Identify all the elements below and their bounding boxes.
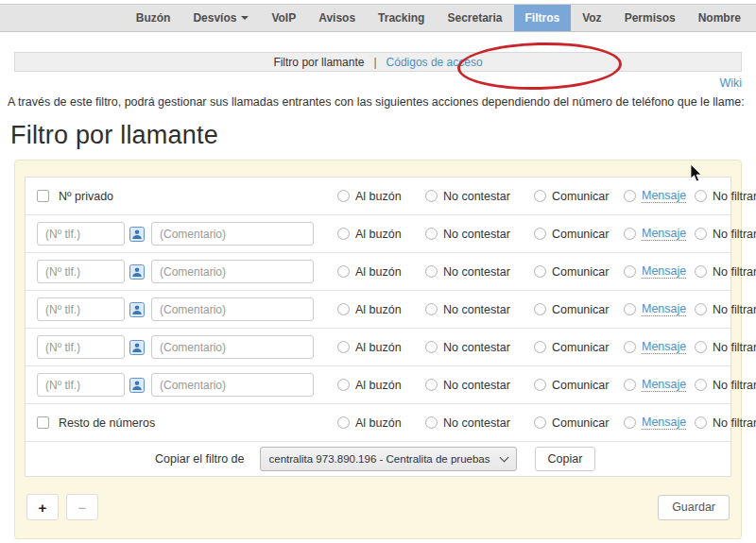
option-label: No contestar bbox=[443, 265, 510, 279]
option-al-buzon: Al buzón bbox=[337, 228, 425, 241]
copy-filter-select[interactable]: centralita 973.890.196 - Centralita de p… bbox=[260, 447, 517, 471]
radio-comunicar[interactable] bbox=[534, 190, 546, 202]
radio-comunicar[interactable] bbox=[534, 379, 546, 391]
contacts-icon[interactable] bbox=[129, 340, 145, 355]
comment-input[interactable] bbox=[151, 222, 314, 246]
nav-item-nombre[interactable]: Nombre bbox=[687, 5, 752, 31]
nav-item-filtros[interactable]: Filtros bbox=[514, 5, 572, 31]
option-link-label[interactable]: Mensaje bbox=[642, 264, 686, 279]
rows-container: Nº privadoAl buzónNo contestarComunicarM… bbox=[26, 178, 730, 442]
option-label: No filtrar bbox=[713, 303, 756, 316]
radio-no-filtrar[interactable] bbox=[695, 190, 707, 202]
radio-al-buzon[interactable] bbox=[337, 341, 350, 353]
radio-comunicar[interactable] bbox=[534, 341, 546, 353]
phone-number-input[interactable] bbox=[37, 260, 125, 283]
copy-button[interactable]: Copiar bbox=[535, 447, 596, 471]
radio-no-contestar[interactable] bbox=[425, 265, 438, 278]
comment-input[interactable] bbox=[151, 297, 314, 321]
radio-mensaje[interactable] bbox=[624, 265, 636, 278]
radio-al-buzon[interactable] bbox=[337, 303, 350, 315]
radio-comunicar[interactable] bbox=[534, 416, 546, 429]
radio-no-contestar[interactable] bbox=[425, 416, 438, 429]
comment-input[interactable] bbox=[151, 335, 314, 359]
radio-comunicar[interactable] bbox=[534, 303, 546, 315]
radio-comunicar[interactable] bbox=[534, 228, 546, 240]
radio-no-contestar[interactable] bbox=[425, 190, 438, 202]
option-link-label[interactable]: Mensaje bbox=[642, 189, 686, 203]
radio-al-buzon[interactable] bbox=[337, 190, 350, 202]
phone-number-input[interactable] bbox=[37, 373, 125, 397]
nav-item-secretaria[interactable]: Secretaria bbox=[436, 5, 513, 31]
nav-item-permisos[interactable]: Permisos bbox=[613, 5, 687, 31]
copy-filter-label: Copiar el filtro de bbox=[155, 452, 245, 466]
radio-mensaje[interactable] bbox=[624, 228, 636, 240]
remove-row-button[interactable]: − bbox=[66, 494, 98, 520]
nav-item-label: Avisos bbox=[318, 11, 355, 25]
option-al-buzon: Al buzón bbox=[337, 379, 425, 392]
radio-al-buzon[interactable] bbox=[337, 228, 350, 240]
wiki-link[interactable]: Wiki bbox=[719, 76, 742, 90]
option-link-label[interactable]: Mensaje bbox=[642, 416, 686, 430]
radio-mensaje[interactable] bbox=[624, 341, 636, 353]
radio-mensaje[interactable] bbox=[624, 303, 636, 315]
checkbox-resto-de-numeros[interactable] bbox=[37, 416, 49, 429]
radio-al-buzon[interactable] bbox=[337, 265, 350, 278]
comment-input[interactable] bbox=[151, 260, 314, 283]
option-no-filtrar: No filtrar bbox=[695, 265, 756, 279]
nav-item-desvios[interactable]: Desvíos bbox=[181, 5, 260, 31]
option-label: Al buzón bbox=[355, 228, 402, 241]
top-nav: BuzónDesvíosVoIPAvisosTrackingSecretaria… bbox=[0, 4, 756, 32]
option-comunicar: Comunicar bbox=[534, 265, 624, 279]
option-link-label[interactable]: Mensaje bbox=[642, 340, 686, 354]
option-label: Comunicar bbox=[552, 416, 609, 430]
nav-item-buzon[interactable]: Buzón bbox=[125, 5, 182, 31]
radio-no-filtrar[interactable] bbox=[695, 228, 707, 240]
radio-al-buzon[interactable] bbox=[337, 379, 350, 391]
contacts-icon[interactable] bbox=[129, 227, 145, 242]
radio-mensaje[interactable] bbox=[624, 190, 636, 202]
radio-no-filtrar[interactable] bbox=[695, 303, 707, 315]
radio-no-contestar[interactable] bbox=[425, 228, 438, 240]
row-left: Nº privado bbox=[37, 190, 318, 203]
tab-codigos-de-acceso[interactable]: Códigos de acceso bbox=[387, 56, 483, 69]
radio-al-buzon[interactable] bbox=[337, 416, 350, 429]
contacts-icon[interactable] bbox=[129, 378, 145, 393]
phone-number-input[interactable] bbox=[37, 222, 125, 246]
option-label: No filtrar bbox=[713, 228, 756, 241]
checkbox-n-privado[interactable] bbox=[37, 190, 49, 202]
radio-no-contestar[interactable] bbox=[425, 341, 438, 353]
option-link-label[interactable]: Mensaje bbox=[642, 378, 686, 392]
save-button[interactable]: Guardar bbox=[658, 495, 730, 520]
radio-no-filtrar[interactable] bbox=[695, 265, 707, 278]
option-al-buzon: Al buzón bbox=[337, 303, 425, 316]
radio-mensaje[interactable] bbox=[624, 416, 636, 429]
tab-separator: | bbox=[373, 56, 376, 69]
add-row-button[interactable]: + bbox=[26, 494, 59, 520]
nav-item-tracking[interactable]: Tracking bbox=[367, 5, 436, 31]
phone-number-input[interactable] bbox=[37, 335, 125, 359]
filter-panel: Nº privadoAl buzónNo contestarComunicarM… bbox=[14, 160, 742, 539]
option-link-label[interactable]: Mensaje bbox=[642, 227, 686, 241]
option-link-label[interactable]: Mensaje bbox=[642, 302, 686, 316]
radio-no-filtrar[interactable] bbox=[695, 341, 707, 353]
option-mensaje: Mensaje bbox=[624, 264, 695, 279]
option-comunicar: Comunicar bbox=[534, 303, 624, 316]
radio-comunicar[interactable] bbox=[534, 265, 546, 278]
comment-input[interactable] bbox=[151, 373, 314, 397]
radio-no-filtrar[interactable] bbox=[695, 379, 707, 391]
nav-item-voz[interactable]: Voz bbox=[571, 5, 612, 31]
radio-no-filtrar[interactable] bbox=[695, 416, 707, 429]
phone-number-input[interactable] bbox=[37, 297, 125, 321]
contacts-icon[interactable] bbox=[129, 302, 145, 317]
contacts-icon[interactable] bbox=[129, 264, 145, 280]
nav-item-avisos[interactable]: Avisos bbox=[307, 5, 367, 31]
nav-item-label: VoIP bbox=[271, 11, 296, 25]
radio-mensaje[interactable] bbox=[624, 379, 636, 391]
option-label: No filtrar bbox=[713, 190, 756, 203]
radio-no-contestar[interactable] bbox=[425, 303, 438, 315]
filter-row-resto-de-numeros: Resto de númerosAl buzónNo contestarComu… bbox=[26, 404, 730, 442]
option-label: Comunicar bbox=[552, 228, 609, 241]
tab-filtro-por-llamante[interactable]: Filtro por llamante bbox=[273, 56, 364, 69]
nav-item-voip[interactable]: VoIP bbox=[260, 5, 307, 31]
radio-no-contestar[interactable] bbox=[425, 379, 438, 391]
